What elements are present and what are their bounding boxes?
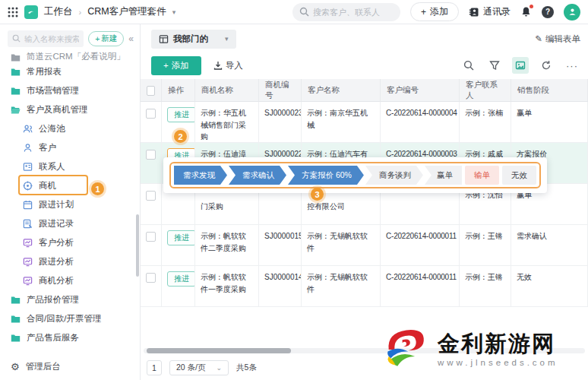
sidebar-scrollbar[interactable] [136, 214, 139, 277]
contacts-button[interactable]: 通讯录 [469, 5, 511, 18]
sidebar-item-contract-management[interactable]: 合同/回款/开票管理 [0, 309, 140, 328]
page-number-button[interactable]: 1 [147, 360, 162, 375]
add-record-label: 添加 [172, 60, 189, 71]
dashboard-icon [23, 257, 33, 267]
customer-no: C-20220614-0000011 [381, 225, 460, 266]
header-add-button[interactable]: + 添加 [410, 2, 459, 21]
refresh-icon[interactable] [538, 57, 555, 74]
import-button[interactable]: 导入 [213, 60, 243, 71]
view-name: 我部门的 [173, 33, 208, 45]
col-header-opportunity-no[interactable]: 商机编号 [259, 79, 302, 102]
notifications-button[interactable] [520, 6, 532, 17]
stage-step-todo[interactable]: 商务谈判 [365, 166, 423, 185]
filter-icon[interactable] [486, 57, 503, 74]
total-count: 共5条 [236, 363, 257, 373]
watermark-site-name: 金利新游网 [438, 332, 558, 356]
more-options-icon[interactable]: ··· [564, 57, 580, 74]
annotation-badge-2: 2 [174, 130, 187, 143]
sidebar-collapse-icon[interactable]: « [128, 33, 134, 44]
sidebar-item-marketing[interactable]: 市场营销管理 [0, 81, 140, 100]
page-size-select[interactable]: 20 条/页 ⌄ [169, 360, 229, 375]
view-selector[interactable]: 我部门的 ▾ [151, 30, 236, 49]
sidebar-item-contacts[interactable]: 联系人 [0, 157, 140, 176]
sidebar-item-opportunities[interactable]: 商机 [0, 176, 140, 195]
folder-icon [11, 52, 21, 62]
edit-form-button[interactable]: ✎ 编辑表单 [535, 33, 580, 45]
plus-icon: + [421, 7, 426, 17]
opportunity-name: 示例：帆软软件一季度采购 [195, 266, 259, 307]
col-header-operation[interactable]: 操作 [162, 79, 195, 102]
sidebar-item-followup-records[interactable]: 跟进记录 [0, 214, 140, 233]
user-icon [23, 143, 33, 153]
import-label: 导入 [226, 60, 243, 71]
table-view-icon [159, 34, 169, 44]
folder-open-icon [11, 105, 21, 115]
select-all-checkbox[interactable] [147, 86, 155, 96]
sidebar-item-customers[interactable]: 客户 [0, 138, 140, 157]
advance-stage-button[interactable]: 推进 [167, 107, 195, 122]
breadcrumb-workspace[interactable]: 工作台 [44, 5, 73, 18]
edit-pencil-icon: ✎ [535, 33, 542, 44]
sales-stage: 赢单 [511, 102, 588, 143]
sidebar-item-public-pool[interactable]: 公海池 [0, 119, 140, 138]
col-header-opportunity-name[interactable]: 商机名称 [195, 79, 259, 102]
col-header-customer-contact[interactable]: 客户联系人 [460, 79, 511, 102]
notification-red-dot [530, 5, 533, 8]
sidebar-item-customer-analysis[interactable]: 客户分析 [0, 233, 140, 252]
opportunity-name: 示例：帆软软件二季度采购 [195, 225, 259, 266]
sidebar-item-followup-analysis[interactable]: 跟进分析 [0, 252, 140, 271]
advance-stage-button[interactable]: 推进 [167, 271, 195, 287]
user-avatar[interactable] [564, 4, 580, 21]
row-checkbox[interactable] [146, 232, 156, 242]
sidebar-item-common-reports[interactable]: 常用报表 [0, 62, 140, 81]
opportunity-table: 操作 商机名称 商机编号 客户名称 客户编号 客户联系人 销售阶段 推进 示例：… [141, 79, 588, 307]
table-row[interactable]: 推进 示例：华五机械销售部门采购 SJ0000023 示例：南京华五机械 C-2… [141, 102, 588, 143]
stage-step-done[interactable]: 需求确认 [229, 166, 286, 185]
new-form-button[interactable]: + 新建 [88, 31, 124, 46]
sidebar-item-opportunity-analysis[interactable]: 商机分析 [0, 271, 140, 290]
sidebar-item-crm-readme[interactable]: 简道云CRM「必看说明」 [0, 50, 140, 62]
help-button[interactable]: ? [542, 6, 554, 18]
col-header-sales-stage[interactable]: 销售阶段 [511, 79, 588, 102]
app-title-chevron-down-icon[interactable]: ▾ [172, 8, 176, 16]
sidebar-item-customer-opportunity-group[interactable]: 客户及商机管理 [0, 100, 140, 119]
stage-step-done[interactable]: 需求发现 [174, 166, 227, 185]
sidebar-nav: 简道云CRM「必看说明」 常用报表 市场营销管理 客户及商机管理 公海池 [0, 50, 140, 350]
sidebar-item-aftersales[interactable]: 产品售后服务 [0, 328, 140, 347]
stage-step-todo[interactable]: 赢单 [425, 166, 462, 185]
add-record-button[interactable]: + 添加 [151, 56, 201, 75]
view-chevron-down-icon: ▾ [225, 35, 229, 43]
watermark-site-url: www.jlnseeds.com [438, 358, 558, 367]
app-grid-icon[interactable] [8, 7, 18, 17]
top-header: 工作台 › CRM客户管理套件 ▾ + 添加 通讯录 [0, 0, 588, 24]
table-row[interactable]: 推进 示例：帆软软件一季度采购 SJ0000014 示例：无锡帆软软件 C-20… [141, 266, 588, 307]
sidebar-item-followup-plan[interactable]: 跟进计划 [0, 195, 140, 214]
opportunity-no: SJ0000023 [259, 102, 302, 143]
col-header-customer-no[interactable]: 客户编号 [381, 79, 460, 102]
row-checkbox[interactable] [146, 109, 156, 119]
card-view-toggle-icon[interactable] [512, 57, 529, 74]
row-checkbox[interactable] [146, 191, 156, 201]
admin-backend-button[interactable]: ⚙ 管理后台 [0, 361, 140, 372]
row-checkbox[interactable] [146, 273, 156, 283]
horizontal-scrollbar-thumb[interactable] [147, 348, 291, 353]
sidebar-item-quote-management[interactable]: 产品报价管理 [0, 290, 140, 309]
stage-step-lost[interactable]: 输单 [465, 166, 499, 185]
customer-name: 示例：南京华五机械 [302, 102, 381, 143]
stage-step-current[interactable]: 方案报价 60% [288, 166, 364, 185]
annotation-badge-3: 3 [311, 188, 324, 201]
advance-stage-button[interactable]: 推进 [167, 230, 195, 245]
row-checkbox[interactable] [146, 150, 156, 160]
stage-step-invalid[interactable]: 无效 [502, 166, 536, 185]
plus-icon: + [95, 34, 100, 43]
customer-contact: 示例：张楠 [460, 102, 511, 143]
table-row[interactable]: 推进 示例：帆软软件二季度采购 SJ0000015 示例：无锡帆软软件 C-20… [141, 225, 588, 266]
breadcrumb-app-title[interactable]: CRM客户管理套件 [87, 5, 166, 18]
opportunity-name: 示例：华五机械销售部门采购 [195, 102, 259, 143]
sidebar-search-icon [12, 34, 21, 43]
col-header-customer-name[interactable]: 客户名称 [302, 79, 381, 102]
record-doc-icon [23, 219, 33, 229]
search-icon [299, 7, 309, 17]
table-search-icon[interactable] [460, 57, 477, 74]
workspace-logo-icon[interactable] [24, 5, 38, 19]
